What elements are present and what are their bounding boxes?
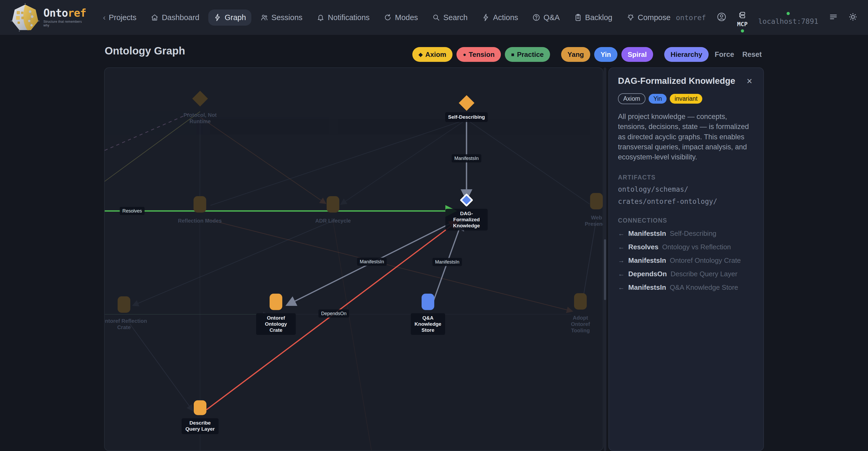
nav-item-modes[interactable]: Modes [378, 9, 423, 26]
rect-node-shape [118, 296, 130, 313]
circle-glyph-icon: ● [463, 52, 466, 57]
user-avatar-icon[interactable] [717, 12, 726, 23]
filter-yin[interactable]: Yin [594, 47, 617, 62]
page-title: Ontology Graph [105, 45, 185, 57]
nav-item-search[interactable]: Search [427, 9, 473, 26]
graph-node-ontoref-ontology-crate[interactable]: Ontoref Ontology Crate [256, 294, 296, 335]
node-label: Ontoref Reflection Crate [104, 316, 150, 332]
scrollbar-track [604, 67, 606, 451]
badge-yin: Yin [649, 94, 666, 103]
filter-practice[interactable]: ◼Practice [505, 47, 550, 62]
graph-node-ontoref-reflection-crate[interactable]: Ontoref Reflection Crate [104, 296, 150, 332]
arrow-left-icon: ← [618, 243, 625, 251]
node-label: Web Presence [582, 213, 603, 229]
connection-row[interactable]: ← ManifestsIn Q&A Knowledge Store [618, 283, 754, 292]
chevron-left-icon: ‹ [103, 13, 105, 22]
badge-row: Axiom Yin invariant [618, 93, 754, 104]
nav-label: Search [443, 13, 468, 22]
top-navbar: Ontoref Structure that remembers why ‹ P… [0, 0, 868, 35]
bulb-icon [627, 13, 634, 22]
rect-node-shape [270, 294, 282, 310]
connection-row[interactable]: ← DependsOn Describe Query Layer [618, 270, 754, 278]
edge-label-dependson: DependsOn [318, 309, 349, 318]
node-label: Self-Describing [445, 112, 488, 122]
mcp-status-dot [741, 29, 744, 32]
nav-item-notifications[interactable]: Notifications [311, 9, 375, 26]
mcp-status-widget[interactable]: MCP [737, 11, 748, 32]
users-icon [260, 13, 268, 22]
diamond-node-shape [459, 95, 474, 111]
artifacts-heading: ARTIFACTS [618, 174, 754, 181]
rect-node-shape [574, 293, 587, 309]
nav-label: Dashboard [162, 13, 199, 22]
layout-force-button[interactable]: Force [713, 51, 736, 59]
node-label: Reflection Modes [175, 216, 225, 226]
main-nav: ‹ Projects Dashboard Graph Sessions Noti… [97, 9, 676, 26]
artifact-path: crates/ontoref-ontology/ [618, 198, 754, 205]
connection-row[interactable]: ← Resolves Ontology vs Reflection [618, 243, 754, 251]
rect-node-shape [327, 196, 339, 213]
home-icon [151, 13, 159, 22]
nav-item-projects[interactable]: ‹ Projects [97, 9, 142, 26]
filter-spiral[interactable]: Spiral [621, 47, 653, 62]
nav-item-compose[interactable]: Compose [621, 9, 676, 26]
filter-yang[interactable]: Yang [561, 47, 590, 62]
node-label: Protocol, Not Runtime [174, 110, 226, 126]
node-label: ADR Lifecycle [312, 216, 354, 226]
brand-name: Ontoref [43, 8, 88, 18]
connection-row[interactable]: ← ManifestsIn Self-Describing [618, 230, 754, 238]
bolt-icon [214, 13, 221, 22]
close-icon[interactable]: × [745, 76, 754, 86]
nav-label: Graph [225, 13, 246, 22]
nav-item-sessions[interactable]: Sessions [255, 9, 308, 26]
nav-item-dashboard[interactable]: Dashboard [145, 9, 205, 26]
edge-label-manifestsin: ManifestsIn [357, 258, 387, 266]
nav-label: Notifications [328, 13, 370, 22]
artifact-path: ontology/schemas/ [618, 185, 754, 193]
nav-label: Sessions [272, 13, 303, 22]
graph-node-dag-formalized-knowledge[interactable]: DAG-Formalized Knowledge [445, 192, 488, 231]
graph-node-protocol-not-runtime[interactable]: Protocol, Not Runtime [174, 90, 226, 126]
graph-node-reflection-modes[interactable]: Reflection Modes [175, 196, 225, 226]
connection-row[interactable]: → ManifestsIn Ontoref Ontology Crate [618, 257, 754, 265]
nav-item-actions[interactable]: Actions [476, 9, 523, 26]
nav-label: Modes [395, 13, 418, 22]
detail-description: All project knowledge — concepts, tensio… [618, 112, 754, 162]
nav-item-graph[interactable]: Graph [208, 9, 251, 26]
filter-tension[interactable]: ●Tension [457, 47, 501, 62]
node-detail-panel: DAG-Formalized Knowledge × Axiom Yin inv… [609, 67, 764, 451]
arrow-right-icon: → [618, 257, 625, 264]
rect-node-shape [193, 196, 206, 213]
graph-node-self-describing[interactable]: Self-Describing [445, 95, 488, 122]
scrollbar-thumb[interactable] [604, 239, 606, 300]
nav-item-qa[interactable]: Q&A [527, 9, 565, 26]
graph-node-qa-knowledge-store[interactable]: Q&A Knowledge Store [411, 294, 445, 335]
square-glyph-icon: ◼ [511, 53, 514, 56]
diamond-glyph-icon: ◆ [419, 52, 423, 57]
graph-node-describe-query-layer[interactable]: Describe Query Layer [182, 400, 219, 434]
reset-button[interactable]: Reset [740, 51, 764, 59]
search-icon [432, 13, 440, 22]
graph-node-adopt-ontoref-tooling[interactable]: Adopt Ontoref Tooling [568, 293, 593, 335]
nav-item-backlog[interactable]: Backlog [569, 9, 618, 26]
node-label: DAG-Formalized Knowledge [445, 209, 488, 231]
ontology-graph-canvas[interactable]: Resolves ManifestsIn ManifestsIn Manifes… [104, 67, 603, 451]
node-label: Adopt Ontoref Tooling [568, 313, 593, 335]
graph-node-adr-lifecycle[interactable]: ADR Lifecycle [312, 196, 354, 226]
project-name: ontoref [676, 13, 706, 22]
bolt-icon [482, 13, 490, 22]
layout-hierarchy-button[interactable]: Hierarchy [664, 47, 709, 62]
brand[interactable]: Ontoref Structure that remembers why [10, 3, 88, 32]
menu-icon[interactable] [829, 12, 838, 23]
mcp-label: MCP [737, 21, 748, 28]
theme-toggle-sun-icon[interactable] [848, 12, 858, 23]
nav-label: Compose [638, 13, 671, 22]
connections-heading: CONNECTIONS [618, 217, 754, 224]
filter-axiom[interactable]: ◆Axiom [412, 47, 453, 62]
cycle-icon [384, 13, 392, 22]
node-label: Describe Query Layer [182, 418, 219, 434]
arrow-left-icon: ← [618, 230, 625, 237]
nav-label: Projects [108, 13, 136, 22]
nav-label: Actions [493, 13, 518, 22]
graph-node-web-presence[interactable]: Web Presence [582, 193, 603, 229]
